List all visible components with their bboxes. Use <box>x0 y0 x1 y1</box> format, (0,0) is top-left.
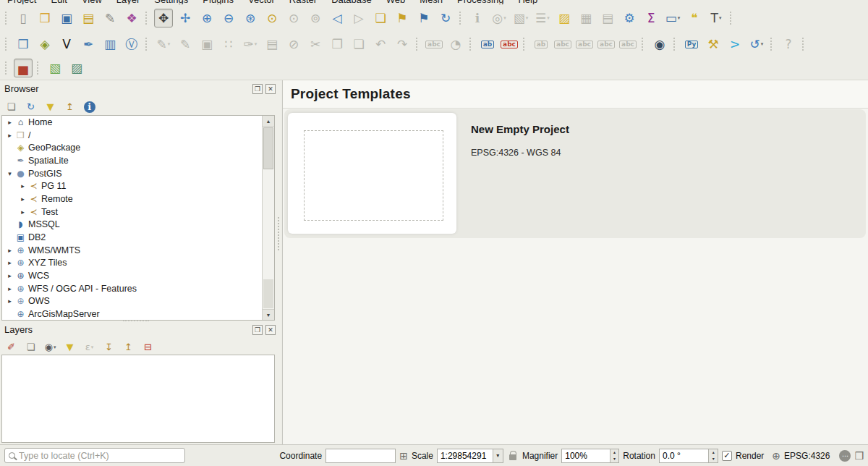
highlight-pinned-labels-icon[interactable]: abc <box>500 35 519 54</box>
save-project-icon[interactable]: ▣ <box>57 9 76 27</box>
tree-item-wms-wmts[interactable]: ▸⊕WMS/WMTS <box>2 244 274 257</box>
collapse-all-layers-icon[interactable]: ↥ <box>122 340 135 354</box>
open-project-icon[interactable]: ❒ <box>35 9 54 27</box>
plugin-hammer-icon[interactable]: ⚒ <box>704 35 723 54</box>
template-thumbnail[interactable] <box>288 113 456 234</box>
open-layer-styling-icon[interactable]: ✐ <box>4 340 18 354</box>
metasearch-icon[interactable]: ◉ <box>650 35 669 54</box>
new-memory-layer-icon[interactable]: Ⓥ <box>122 35 141 54</box>
scroll-down-icon[interactable]: ▼ <box>263 309 274 320</box>
style-manager-icon[interactable]: ❖ <box>122 9 141 27</box>
tree-item-home[interactable]: ▸⌂Home <box>2 116 274 129</box>
tree-item-xyz-tiles[interactable]: ▸⊕XYZ Tiles <box>2 257 274 270</box>
measure-icon[interactable]: ▭▾ <box>663 9 682 27</box>
pan-map-icon[interactable]: ✥ <box>154 9 173 27</box>
go-next-icon[interactable]: > <box>726 35 744 54</box>
messages-icon[interactable]: ⋯ <box>839 450 851 462</box>
spin-up-icon[interactable]: ▴ <box>613 449 616 456</box>
data-source-manager-icon[interactable]: ❒ <box>14 35 33 54</box>
refresh-browser-icon[interactable]: ↻ <box>24 100 38 114</box>
python-console-icon[interactable]: Py <box>682 35 701 54</box>
show-bookmarks-icon[interactable]: ⚑ <box>414 9 433 27</box>
tree-item-root[interactable]: ▸❒/ <box>2 129 274 142</box>
new-virtual-layer-icon[interactable]: ▥ <box>101 35 119 54</box>
new-geopackage-layer-icon[interactable]: ◈ <box>35 35 54 54</box>
add-selected-layers-icon[interactable]: ❏ <box>4 100 18 114</box>
search-input[interactable] <box>19 451 181 461</box>
tree-item-postgis[interactable]: ▾●PostGIS <box>2 167 274 180</box>
expander-icon[interactable]: ▸ <box>5 297 14 305</box>
show-layout-manager-icon[interactable]: ✎ <box>101 9 119 27</box>
magnifier-input[interactable] <box>562 451 610 461</box>
zoom-out-icon[interactable]: ⊖ <box>219 9 238 27</box>
new-shapefile-layer-icon[interactable]: V <box>57 35 76 54</box>
tree-item-ows[interactable]: ▸⊕OWS <box>2 295 274 308</box>
tree-item-mssql[interactable]: ◗MSSQL <box>2 219 274 232</box>
remove-layer-icon[interactable]: ⊟ <box>141 340 155 354</box>
magnifier-spin-buttons[interactable]: ▴ ▾ <box>610 449 619 462</box>
coordinate-field[interactable] <box>326 451 395 461</box>
browser-properties-icon[interactable]: ℹ <box>82 100 96 114</box>
browser-scrollbar[interactable]: ▲ ▼ <box>262 116 274 320</box>
expander-icon[interactable]: ▸ <box>5 119 14 126</box>
render-checkbox[interactable]: ✓ <box>722 451 732 461</box>
zoom-in-icon[interactable]: ⊕ <box>197 9 216 27</box>
scale-dropdown-icon[interactable]: ▾ <box>493 449 503 462</box>
expander-icon[interactable]: ▸ <box>5 247 14 254</box>
tree-item-remote[interactable]: ▸≺Remote <box>2 192 274 206</box>
refresh-map-icon[interactable]: ↻ <box>436 9 455 27</box>
reload-plugins-icon[interactable]: ↺▾ <box>747 35 766 54</box>
expander-icon[interactable]: ▸ <box>18 208 27 216</box>
tree-item-spatialite[interactable]: ✒SpatiaLite <box>2 154 274 167</box>
tree-item-arcgismapserver[interactable]: ⊕ArcGisMapServer <box>2 308 274 321</box>
expand-all-icon[interactable]: ↧ <box>102 340 116 354</box>
layers-close-button[interactable]: ✕ <box>265 325 276 335</box>
map-tools-plugin-icon[interactable]: ▨ <box>67 59 86 77</box>
processing-toolbox-icon[interactable]: ⚙ <box>620 9 639 27</box>
layers-list-empty[interactable] <box>1 355 275 443</box>
map-tips-icon[interactable]: ❝ <box>685 9 704 27</box>
statistics-icon[interactable]: Σ <box>642 9 660 27</box>
extents-toggle-icon[interactable]: ⊞ <box>399 450 408 462</box>
map-overview-icon[interactable]: ❒ <box>854 450 864 462</box>
manage-map-themes-icon[interactable]: ◉▾ <box>43 340 57 354</box>
pan-to-selection-icon[interactable]: ✢ <box>176 9 195 27</box>
deselect-features-icon[interactable]: ▨ <box>555 9 574 27</box>
zoom-last-icon[interactable]: ◁ <box>328 9 346 27</box>
layers-float-button[interactable]: ❐ <box>252 325 263 335</box>
text-annotation-icon[interactable]: T▾ <box>707 9 726 27</box>
scale-input[interactable] <box>438 451 493 461</box>
tree-item-pg11[interactable]: ▸≺PG 11 <box>2 179 274 192</box>
expander-icon[interactable]: ▸ <box>5 259 14 266</box>
tree-item-geopackage[interactable]: ◈GeoPackage <box>2 141 274 154</box>
new-print-layout-icon[interactable]: ▤ <box>79 9 98 27</box>
map-plugin-icon[interactable]: ▧ <box>46 59 64 77</box>
expander-icon[interactable]: ▸ <box>5 285 14 292</box>
dock-splitter-handle[interactable] <box>278 217 279 250</box>
collapse-all-icon[interactable]: ↥ <box>63 100 77 114</box>
zoom-to-layer-icon[interactable]: ⊙ <box>263 9 281 27</box>
expander-icon[interactable]: ▸ <box>5 272 14 279</box>
filter-legend-icon[interactable]: ▼ <box>63 340 77 354</box>
scrollbar-thumb[interactable] <box>263 127 273 169</box>
project-template-card[interactable]: New Empty Project EPSG:4326 - WGS 84 <box>284 109 866 238</box>
spin-up-icon[interactable]: ▴ <box>712 449 715 456</box>
expander-icon[interactable]: ▸ <box>18 195 27 203</box>
new-bookmark-icon[interactable]: ❏ <box>371 9 390 27</box>
crs-status-button[interactable]: EPSG:4326 <box>784 451 830 461</box>
tree-item-test[interactable]: ▸≺Test <box>2 206 274 219</box>
new-project-icon[interactable]: ▯ <box>14 9 33 27</box>
add-group-icon[interactable]: ❏ <box>24 340 38 354</box>
scroll-up-icon[interactable]: ▲ <box>263 116 274 127</box>
rotation-input[interactable] <box>660 451 708 461</box>
new-spatialite-layer-icon[interactable]: ✒ <box>79 35 98 54</box>
locator-search[interactable] <box>4 448 185 463</box>
browser-float-button[interactable]: ❐ <box>252 84 263 94</box>
expander-icon[interactable]: ▸ <box>5 132 14 139</box>
spin-down-icon[interactable]: ▾ <box>613 456 616 462</box>
browser-close-button[interactable]: ✕ <box>265 84 276 94</box>
tree-item-wfs-ogc-api-features[interactable]: ▸⊕WFS / OGC API - Features <box>2 282 274 295</box>
new-spatial-bookmark-icon[interactable]: ⚑ <box>393 9 412 27</box>
histogram-plugin-icon[interactable]: ▅ <box>14 59 33 77</box>
tree-item-db2[interactable]: ▣DB2 <box>2 231 274 244</box>
